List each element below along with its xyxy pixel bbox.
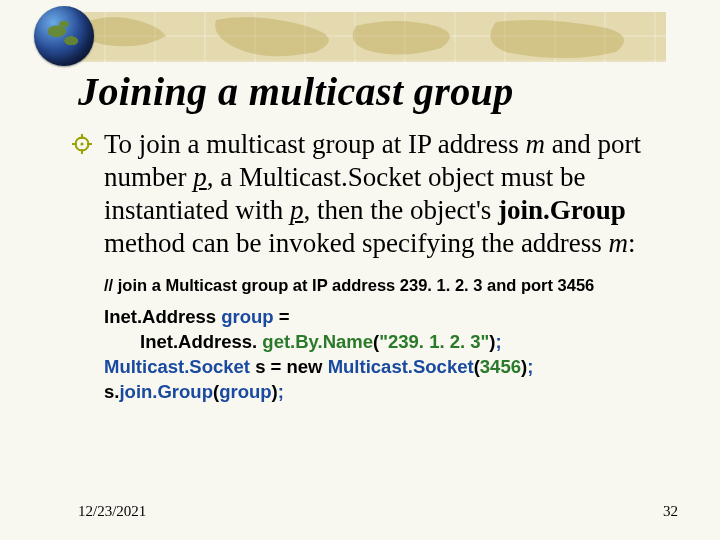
code-line: s.join.Group(group); xyxy=(104,380,680,405)
content-area: To join a multicast group at IP address … xyxy=(78,128,680,405)
bullet-text: To join a multicast group at IP address … xyxy=(104,129,641,258)
slide: Joining a multicast group To join a mult… xyxy=(0,0,720,540)
footer-date: 12/23/2021 xyxy=(78,503,146,520)
code-line: Multicast.Socket s = new Multicast.Socke… xyxy=(104,355,680,380)
code-line: Inet.Address. get.By.Name("239. 1. 2. 3"… xyxy=(104,330,680,355)
code-line: Inet.Address group = xyxy=(104,305,680,330)
bullet-item: To join a multicast group at IP address … xyxy=(78,128,680,260)
bullet-crosshair-icon xyxy=(72,134,92,154)
code-comment: // join a Multicast group at IP address … xyxy=(78,276,680,295)
banner-grid xyxy=(56,12,666,62)
slide-title: Joining a multicast group xyxy=(78,68,514,115)
globe-icon xyxy=(34,6,94,66)
svg-point-5 xyxy=(80,142,83,145)
code-block: Inet.Address group = Inet.Address. get.B… xyxy=(78,305,680,405)
footer-page-number: 32 xyxy=(663,503,678,520)
